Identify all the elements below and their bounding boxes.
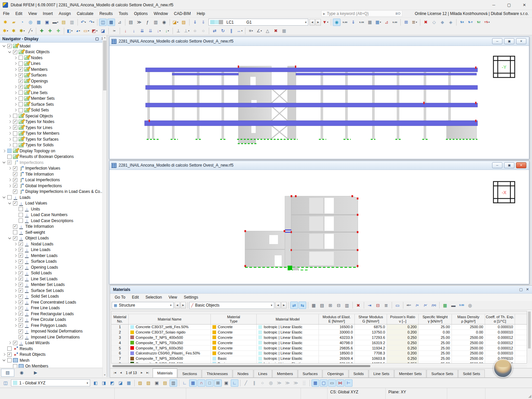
tree-checkbox[interactable] — [13, 114, 17, 118]
tree-item-line-sets[interactable]: Line Sets — [1, 90, 102, 96]
menu-window[interactable]: Window — [151, 10, 171, 17]
tree-checkbox[interactable]: ✓ — [13, 236, 17, 240]
tree-item-special-objects[interactable]: Special Objects — [1, 113, 102, 119]
insert-line-support-button[interactable]: ⊥▾ — [183, 27, 191, 35]
tree-expander[interactable] — [13, 74, 18, 76]
tree-item-results[interactable]: Results — [1, 346, 102, 352]
formula-edit-button[interactable]: ƒx' — [422, 302, 429, 309]
tree-checkbox[interactable]: ✓ — [19, 73, 23, 77]
table-tab-surface-sets[interactable]: Surface Sets — [427, 369, 458, 377]
tree-checkbox[interactable]: ✓ — [7, 160, 12, 165]
tree-expander[interactable] — [13, 278, 18, 280]
view-in-x-button[interactable]: ⇅X — [458, 19, 466, 26]
model-canvas-section[interactable]: -X — [109, 170, 529, 284]
previous-load-case-button[interactable]: ◀ — [310, 19, 315, 26]
tree-checkbox[interactable] — [19, 218, 23, 223]
tree-item-title-information[interactable]: ✓Title Information — [1, 224, 102, 230]
material-row-7[interactable]: 7Composite_T_NPS_300x500BasicIsotropic |… — [111, 356, 527, 361]
manage-coordinate-systems-button[interactable]: ▦ — [125, 379, 133, 387]
next-page-button[interactable]: ▶ — [139, 370, 144, 375]
table-tab-nodes[interactable]: Nodes — [233, 369, 253, 377]
insert-member-hinge-button[interactable]: ○ — [191, 27, 199, 35]
material-row-8[interactable]: 8Composite_T_NPS_500x500BasicIsotropic |… — [111, 361, 527, 363]
tree-expander[interactable] — [7, 127, 12, 129]
load-case-combo[interactable]: LC1 G1 ▾ — [208, 19, 308, 26]
manage-models-button[interactable]: ▦ — [35, 19, 43, 26]
member-by-surface-button[interactable]: ✚ — [55, 27, 62, 35]
column-header-type[interactable]: MaterialType — [211, 314, 257, 324]
insert-solid-button[interactable]: ◩▾ — [91, 27, 98, 35]
materials-close-button[interactable]: ✕ — [526, 287, 529, 292]
visibility-invert-button[interactable]: ▧ — [145, 379, 152, 387]
insert-curved-surface-button[interactable]: ◕▾ — [74, 27, 82, 35]
navigator-scrollbar[interactable]: ▲ ▼ — [102, 35, 107, 377]
result-tables-button[interactable]: ▦ — [441, 302, 449, 309]
tree-expander[interactable] — [13, 109, 18, 111]
tree-checkbox[interactable] — [19, 62, 23, 66]
formula-button[interactable]: ƒx — [413, 302, 421, 309]
table-group-combo[interactable]: ▦ Structure ▾ — [112, 302, 174, 309]
scrollbar-thumb[interactable] — [112, 365, 370, 367]
column-header-material-model[interactable]: Material Model — [257, 314, 319, 324]
tree-item-types-for-solids[interactable]: Types for Solids — [1, 142, 102, 148]
tree-checkbox[interactable]: ✓ — [19, 271, 23, 275]
insert-line-hinge-button[interactable]: ○ — [200, 27, 207, 35]
tree-checkbox[interactable]: ✓ — [13, 184, 17, 188]
menu-cad-bim[interactable]: CAD-BIM — [171, 10, 194, 17]
guideline-circle-button[interactable]: ○ — [259, 379, 266, 387]
clipboard-rows-button[interactable]: ▥ — [343, 302, 351, 309]
tree-item-lines[interactable]: Lines — [1, 61, 102, 67]
decimal-places-button[interactable]: 0.00 — [458, 302, 466, 309]
print-table-button[interactable]: ▬ — [450, 302, 457, 309]
table-group-prev-button[interactable]: ◀ — [175, 302, 180, 309]
tree-expander[interactable] — [7, 138, 12, 140]
search-input[interactable]: ▸ Type a keyword (Alt+Q) ≡ — [321, 10, 402, 17]
tree-expander[interactable] — [7, 167, 12, 169]
tree-item-title-information[interactable]: ✓Title Information — [1, 171, 102, 177]
connect-members-button[interactable]: ≡▾ — [247, 27, 255, 35]
tree-checkbox[interactable] — [19, 90, 23, 95]
export-table-button[interactable]: ▤ — [318, 302, 326, 309]
tree-item-types-for-nodes[interactable]: ✓Types for Nodes — [1, 119, 102, 125]
ortho-mode-button[interactable]: ∟ — [231, 379, 238, 387]
tree-checkbox[interactable] — [13, 364, 17, 368]
teamwork-server-button[interactable]: ◔ — [18, 19, 26, 26]
snap-center-points-button[interactable]: ▣ — [222, 379, 230, 387]
select-frame-button[interactable]: ▭ — [394, 302, 401, 309]
table-tab-member-sets[interactable]: Member Sets — [394, 369, 426, 377]
tree-expander[interactable] — [13, 284, 18, 286]
tree-item-solid-set-loads[interactable]: ✓Solid Set Loads — [1, 294, 102, 300]
tree-checkbox[interactable]: ✓ — [19, 283, 23, 287]
tree-expander[interactable] — [13, 68, 18, 70]
table-category-combo[interactable]: ╱ Basic Objects ▾ — [189, 302, 274, 309]
tree-item-member-set-loads[interactable]: ✓Member Set Loads — [1, 282, 102, 288]
tree-item-model[interactable]: ✓Model — [1, 43, 102, 49]
maximize-button[interactable]: ▢ — [501, 0, 517, 10]
print-graphic-button[interactable]: ▬▾ — [52, 19, 59, 26]
tree-expander[interactable] — [7, 132, 12, 134]
previous-page-button[interactable]: ◀ — [118, 370, 123, 375]
tree-checkbox[interactable]: ✓ — [13, 166, 17, 171]
tree-checkbox[interactable]: ✓ — [19, 277, 23, 281]
tree-checkbox[interactable]: ✓ — [19, 288, 23, 293]
tree-item-opening-loads[interactable]: ✓Opening Loads — [1, 264, 102, 270]
material-row-6[interactable]: 6Calcestruzzo C50/60_Pilastri_ Fes.50%Co… — [111, 351, 527, 356]
tree-checkbox[interactable]: ✓ — [19, 79, 23, 83]
tree-expander[interactable] — [13, 97, 18, 99]
show-masses-button[interactable]: ▦ — [366, 19, 374, 26]
tree-checkbox[interactable]: ✓ — [13, 341, 17, 345]
voice-input-button[interactable]: ◉ — [160, 19, 168, 26]
tree-checkbox[interactable] — [19, 108, 23, 112]
table-settings-button[interactable]: ≣ — [382, 302, 390, 309]
view-in-y-button[interactable]: Y⇅▾ — [483, 19, 491, 26]
tree-item-surface-loads[interactable]: ✓Surface Loads — [1, 259, 102, 265]
display-settings-button[interactable]: ▦ — [280, 27, 288, 35]
network-project-button[interactable]: ◎ — [27, 19, 34, 26]
tree-item-on-members[interactable]: On Members — [1, 363, 102, 368]
tree-expander[interactable] — [13, 290, 18, 292]
tree-expander[interactable] — [13, 325, 18, 327]
tree-checkbox[interactable]: ✓ — [13, 201, 17, 205]
edit-rows-button[interactable]: ⊟ — [335, 302, 342, 309]
scroll-up-icon[interactable]: ▲ — [103, 35, 107, 40]
tree-checkbox[interactable]: ✓ — [19, 329, 23, 333]
